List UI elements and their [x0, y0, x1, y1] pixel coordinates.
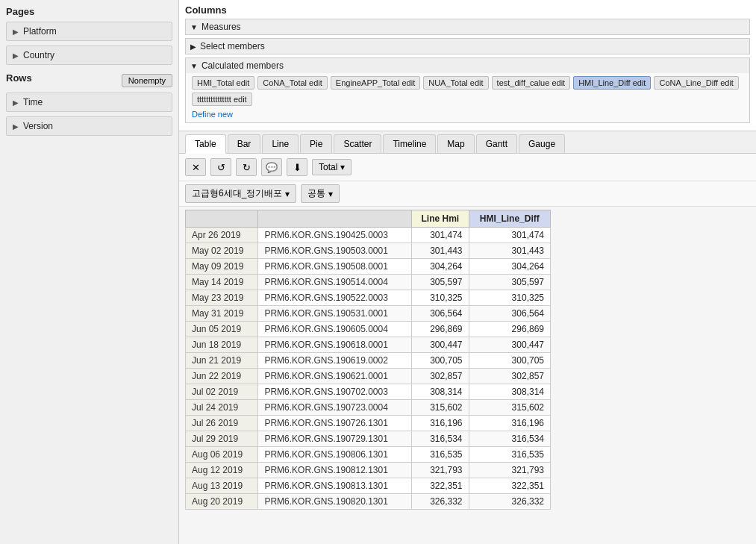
member-tag[interactable]: test_diff_calue edit — [492, 76, 571, 90]
cell-date: Jun 21 2019 — [186, 353, 258, 369]
select-members-label: Select members — [200, 41, 265, 51]
columns-title: Columns — [185, 4, 227, 16]
measures-section: ▼ Measures — [185, 19, 750, 35]
cell-code: PRM6.KOR.GNS.190621.0001 — [258, 369, 412, 384]
col-header-empty2 — [258, 210, 412, 228]
table-row: May 23 2019 PRM6.KOR.GNS.190522.0003 310… — [186, 290, 551, 306]
col-header-linehmi: Line Hmi — [412, 210, 469, 228]
cell-linehmi: 296,869 — [412, 322, 469, 337]
table-row: Aug 06 2019 PRM6.KOR.GNS.190806.1301 316… — [186, 447, 551, 463]
cell-date: Apr 26 2019 — [186, 228, 258, 243]
chart-tab-bar[interactable]: Bar — [228, 134, 261, 153]
chart-tab-map[interactable]: Map — [437, 134, 474, 153]
total-dropdown[interactable]: Total ▾ — [312, 159, 352, 175]
cell-code: PRM6.KOR.GNS.190508.0001 — [258, 259, 412, 275]
right-panel: Columns ▼ Measures ▶ Select members ▼ — [179, 0, 756, 544]
arrow-icon: ▶ — [13, 51, 19, 60]
cell-linehmi: 321,793 — [412, 463, 469, 478]
chart-tab-gantt[interactable]: Gantt — [476, 134, 517, 153]
sidebar-item-time[interactable]: ▶ Time — [6, 93, 172, 112]
cell-date: May 09 2019 — [186, 259, 258, 275]
member-tag[interactable]: CoNA_Total edit — [257, 76, 328, 90]
total-dropdown-arrow: ▾ — [340, 162, 345, 172]
table-row: Jul 29 2019 PRM6.KOR.GNS.190729.1301 316… — [186, 431, 551, 447]
cell-date: Jun 18 2019 — [186, 337, 258, 353]
cell-linehmi: 316,535 — [412, 447, 469, 463]
chart-tab-gauge[interactable]: Gauge — [519, 134, 565, 153]
cell-date: Aug 12 2019 — [186, 463, 258, 478]
filter2-dropdown[interactable]: 공통 ▾ — [301, 184, 340, 203]
close-button[interactable]: ✕ — [185, 158, 206, 176]
select-members-header[interactable]: ▶ Select members — [186, 39, 749, 54]
cell-date: May 31 2019 — [186, 306, 258, 322]
cell-hmidiff: 301,443 — [469, 243, 550, 259]
cell-date: Jun 22 2019 — [186, 369, 258, 384]
cell-linehmi: 322,351 — [412, 478, 469, 494]
comment-button[interactable]: 💬 — [261, 158, 282, 176]
member-tag[interactable]: ttttttttttttttt edit — [192, 93, 252, 106]
chart-tab-timeline[interactable]: Timeline — [383, 134, 436, 153]
sidebar-item-country[interactable]: ▶ Country — [6, 46, 172, 65]
table-row: May 14 2019 PRM6.KOR.GNS.190514.0004 305… — [186, 275, 551, 290]
pages-title: Pages — [6, 6, 172, 17]
table-row: May 31 2019 PRM6.KOR.GNS.190531.0001 306… — [186, 306, 551, 322]
member-tag[interactable]: HMI_Total edit — [192, 76, 254, 90]
chart-tab-line[interactable]: Line — [262, 134, 299, 153]
cell-hmidiff: 326,332 — [469, 494, 550, 510]
total-label: Total — [319, 162, 337, 172]
cell-hmidiff: 316,535 — [469, 447, 550, 463]
sidebar-item-platform[interactable]: ▶ Platform — [6, 22, 172, 41]
calculated-members-section: ▼ Calculated members HMI_Total editCoNA_… — [185, 57, 750, 123]
cell-date: Jul 26 2019 — [186, 416, 258, 431]
download-button[interactable]: ⬇ — [287, 158, 307, 176]
chart-tab-pie[interactable]: Pie — [300, 134, 332, 153]
filter-bar: 고급형6세대_정기배포 ▾ 공통 ▾ — [179, 181, 756, 207]
rows-header: Rows Nonempty — [6, 72, 172, 88]
sidebar-item-time-label: Time — [23, 97, 43, 107]
chart-tab-scatter[interactable]: Scatter — [334, 134, 381, 153]
table-row: Jul 02 2019 PRM6.KOR.GNS.190702.0003 308… — [186, 384, 551, 400]
calculated-members-header[interactable]: ▼ Calculated members — [186, 58, 749, 73]
nonempty-button[interactable]: Nonempty — [122, 74, 172, 87]
cell-linehmi: 300,705 — [412, 353, 469, 369]
calculated-members-label: Calculated members — [202, 60, 284, 71]
table-row: Jun 22 2019 PRM6.KOR.GNS.190621.0001 302… — [186, 369, 551, 384]
measures-header[interactable]: ▼ Measures — [186, 19, 749, 34]
filter2-arrow: ▾ — [328, 189, 333, 199]
cell-code: PRM6.KOR.GNS.190618.0001 — [258, 337, 412, 353]
define-new-link[interactable]: Define new — [192, 110, 233, 119]
undo-button[interactable]: ↺ — [210, 158, 231, 176]
chart-tab-table[interactable]: Table — [185, 134, 226, 154]
data-table: Line Hmi HMI_Line_Diff Apr 26 2019 PRM6.… — [185, 210, 551, 510]
redo-button[interactable]: ↻ — [236, 158, 257, 176]
member-tag[interactable]: HMI_Line_Diff edit — [573, 76, 651, 90]
cell-date: Jul 29 2019 — [186, 431, 258, 447]
filter1-dropdown[interactable]: 고급형6세대_정기배포 ▾ — [185, 184, 296, 203]
cell-hmidiff: 300,705 — [469, 353, 550, 369]
members-tags-container: HMI_Total editCoNA_Total editEngineAPP_T… — [192, 76, 743, 106]
cell-hmidiff: 296,869 — [469, 322, 550, 337]
cell-linehmi: 315,602 — [412, 400, 469, 416]
table-row: Jun 18 2019 PRM6.KOR.GNS.190618.0001 300… — [186, 337, 551, 353]
sidebar-item-version[interactable]: ▶ Version — [6, 116, 172, 136]
filter1-arrow: ▾ — [285, 189, 290, 199]
cell-hmidiff: 321,793 — [469, 463, 550, 478]
cell-linehmi: 310,325 — [412, 290, 469, 306]
cell-code: PRM6.KOR.GNS.190522.0003 — [258, 290, 412, 306]
table-area: Line Hmi HMI_Line_Diff Apr 26 2019 PRM6.… — [179, 207, 756, 544]
table-row: Apr 26 2019 PRM6.KOR.GNS.190425.0003 301… — [186, 228, 551, 243]
cell-hmidiff: 310,325 — [469, 290, 550, 306]
table-row: May 02 2019 PRM6.KOR.GNS.190503.0001 301… — [186, 243, 551, 259]
member-tag[interactable]: EngineAPP_Total edit — [331, 76, 420, 90]
filter2-label: 공통 — [307, 187, 325, 200]
arrow-icon: ▶ — [13, 28, 19, 36]
member-tag[interactable]: NUA_Total edit — [423, 76, 488, 90]
sidebar-item-version-label: Version — [23, 121, 53, 131]
cell-linehmi: 301,443 — [412, 243, 469, 259]
member-tag[interactable]: CoNA_Line_Diff edit — [654, 76, 738, 90]
cell-date: Jul 24 2019 — [186, 400, 258, 416]
cell-date: Aug 06 2019 — [186, 447, 258, 463]
cell-hmidiff: 304,264 — [469, 259, 550, 275]
cell-date: May 02 2019 — [186, 243, 258, 259]
cell-code: PRM6.KOR.GNS.190726.1301 — [258, 416, 412, 431]
